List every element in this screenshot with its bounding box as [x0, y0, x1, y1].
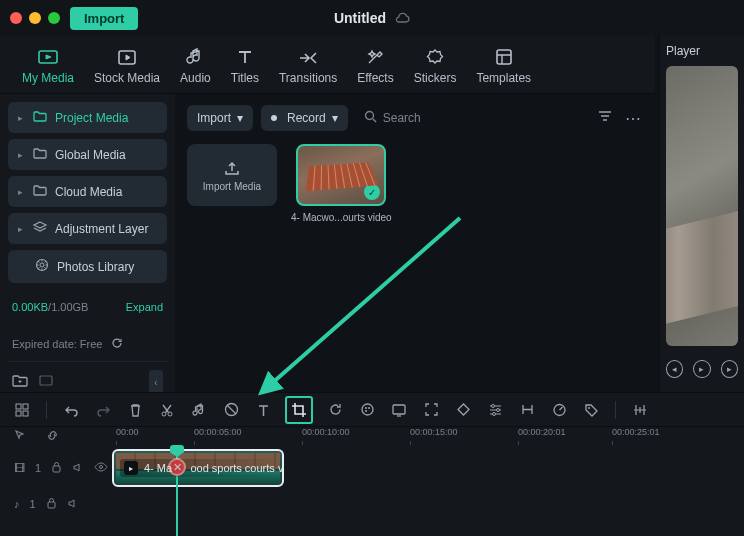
- storage-meter: 0.00KB/1.00GB Expand: [8, 295, 167, 317]
- tag-icon[interactable]: [581, 400, 601, 420]
- chevron-right-icon: ▸: [18, 187, 23, 197]
- ruler-tick: 00:00:20:01: [518, 427, 566, 437]
- ruler-tick: 00:00:05:00: [194, 427, 242, 437]
- audio-track-body[interactable]: [112, 489, 744, 519]
- link-icon[interactable]: [46, 429, 59, 444]
- mute-icon[interactable]: [67, 498, 79, 511]
- text-icon[interactable]: [253, 400, 273, 420]
- sidebar-item-photos-library[interactable]: Photos Library: [8, 250, 167, 283]
- import-button[interactable]: Import: [70, 7, 138, 30]
- tab-templates[interactable]: Templates: [466, 41, 541, 93]
- more-menu-icon[interactable]: ⋯: [623, 109, 643, 128]
- tab-titles[interactable]: Titles: [221, 41, 269, 93]
- adjust-icon[interactable]: [485, 400, 505, 420]
- svg-rect-5: [40, 376, 52, 385]
- tab-stock-media[interactable]: Stock Media: [84, 43, 170, 93]
- ruler-tick: 00:00:25:01: [612, 427, 660, 437]
- player-title: Player: [666, 44, 738, 58]
- tab-label: Audio: [180, 71, 211, 85]
- focus-icon[interactable]: [421, 400, 441, 420]
- collapse-sidebar-icon[interactable]: ‹: [149, 370, 163, 394]
- search-icon: [364, 110, 377, 126]
- visibility-icon[interactable]: [94, 462, 108, 474]
- tab-label: Effects: [357, 71, 393, 85]
- player-panel: Player ◂ ▸ ▸: [659, 36, 744, 392]
- timeline-clip[interactable]: ▸ 4- Ma ood sports courts vi: [112, 449, 284, 487]
- mute-icon[interactable]: [72, 462, 84, 475]
- search-input[interactable]: Search: [356, 104, 587, 132]
- tab-label: Transitions: [279, 71, 337, 85]
- media-pane: Import▾ Record▾ Search ⋯ Import Media ✓ …: [175, 94, 655, 392]
- refresh-icon[interactable]: [111, 337, 123, 351]
- svg-rect-2: [497, 50, 511, 64]
- player-preview[interactable]: [666, 66, 738, 346]
- expand-storage-link[interactable]: Expand: [126, 301, 163, 313]
- timeline-pointer-icon[interactable]: [14, 429, 26, 443]
- unlink-icon[interactable]: [221, 400, 241, 420]
- filter-icon[interactable]: [595, 109, 615, 127]
- folder-icon: [33, 147, 47, 162]
- sidebar-item-label: Photos Library: [57, 260, 134, 274]
- record-dropdown[interactable]: Record▾: [261, 105, 348, 131]
- lock-icon[interactable]: [46, 497, 57, 511]
- video-track-row: 🎞 1 ▸ 4- Ma ood sports courts vi: [0, 447, 744, 489]
- storage-cap: /1.00GB: [48, 301, 88, 313]
- prev-frame-icon[interactable]: ◂: [666, 360, 683, 378]
- chevron-right-icon: ▸: [18, 224, 23, 234]
- chevron-down-icon: ▾: [237, 111, 243, 125]
- cloud-sync-icon[interactable]: [394, 10, 410, 27]
- keyframe-icon[interactable]: [453, 400, 473, 420]
- tab-audio[interactable]: Audio: [170, 41, 221, 93]
- media-sidebar: ▸ Project Media ▸ Global Media ▸ Cloud M…: [0, 94, 175, 392]
- tab-stickers[interactable]: Stickers: [404, 41, 467, 93]
- lock-icon[interactable]: [51, 461, 62, 475]
- svg-point-22: [492, 413, 495, 416]
- svg-point-17: [368, 407, 370, 409]
- undo-icon[interactable]: [61, 400, 81, 420]
- window-controls: [10, 12, 60, 24]
- track-index: 1: [30, 498, 36, 510]
- match-cut-icon[interactable]: [12, 400, 32, 420]
- crop-icon[interactable]: [285, 396, 313, 424]
- music-icon[interactable]: [189, 400, 209, 420]
- clip-thumbnail[interactable]: ✓: [296, 144, 386, 206]
- screen-icon[interactable]: [389, 400, 409, 420]
- rotate-icon[interactable]: [325, 400, 345, 420]
- sidebar-item-adjustment-layer[interactable]: ▸ Adjustment Layer: [8, 213, 167, 244]
- sidebar-item-cloud-media[interactable]: ▸ Cloud Media: [8, 176, 167, 207]
- video-track-body[interactable]: ▸ 4- Ma ood sports courts vi: [112, 447, 744, 489]
- minimize-window-icon[interactable]: [29, 12, 41, 24]
- layers-icon: [33, 221, 47, 236]
- bracket-icon[interactable]: [517, 400, 537, 420]
- sidebar-item-label: Cloud Media: [55, 185, 122, 199]
- sidebar-item-project-media[interactable]: ▸ Project Media: [8, 102, 167, 133]
- tab-transitions[interactable]: Transitions: [269, 43, 347, 93]
- import-media-tile[interactable]: Import Media: [187, 144, 277, 206]
- sidebar-item-global-media[interactable]: ▸ Global Media: [8, 139, 167, 170]
- redo-icon[interactable]: [93, 400, 113, 420]
- speed-icon[interactable]: [549, 400, 569, 420]
- play-icon[interactable]: ▸: [693, 360, 710, 378]
- document-title-text: Untitled: [334, 10, 386, 26]
- audio-track-header: ♪ 1: [0, 497, 112, 511]
- new-folder-icon[interactable]: [12, 373, 28, 391]
- new-bin-icon[interactable]: [38, 373, 54, 391]
- split-icon[interactable]: [157, 400, 177, 420]
- tab-my-media[interactable]: My Media: [12, 43, 84, 93]
- delete-icon[interactable]: [125, 400, 145, 420]
- svg-rect-8: [16, 404, 21, 409]
- close-window-icon[interactable]: [10, 12, 22, 24]
- color-icon[interactable]: [357, 400, 377, 420]
- svg-rect-19: [393, 405, 405, 414]
- render-icon[interactable]: [630, 400, 650, 420]
- svg-point-20: [491, 405, 494, 408]
- tab-effects[interactable]: Effects: [347, 41, 403, 93]
- timeline-ruler[interactable]: 00:00 00:00:05:00 00:00:10:00 00:00:15:0…: [0, 427, 744, 447]
- tab-label: Stickers: [414, 71, 457, 85]
- media-clip-tile[interactable]: ✓ 4- Macwo...ourts video: [291, 144, 392, 223]
- zoom-window-icon[interactable]: [48, 12, 60, 24]
- import-dropdown[interactable]: Import▾: [187, 105, 253, 131]
- next-frame-icon[interactable]: ▸: [721, 360, 738, 378]
- ruler-tick: 00:00:15:00: [410, 427, 458, 437]
- svg-rect-10: [16, 411, 21, 416]
